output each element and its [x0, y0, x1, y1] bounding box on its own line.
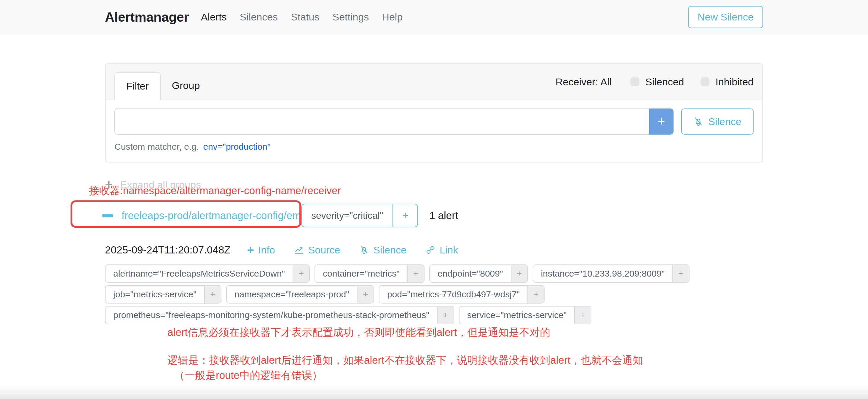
- bell-slash-icon: [693, 117, 704, 127]
- label-tag-text: instance="10.233.98.209:8009": [533, 265, 672, 282]
- app-brand[interactable]: Alertmanager: [105, 10, 189, 25]
- label-tag: namespace="freeleaps-prod" +: [226, 285, 374, 304]
- label-row: prometheus="freeleaps-monitoring-system/…: [105, 306, 763, 324]
- nav-item-alerts[interactable]: Alerts: [201, 11, 227, 23]
- annotation-note-3: （一般是route中的逻辑有错误）: [174, 368, 322, 382]
- label-tag-text: namespace="freeleaps-prod": [227, 286, 357, 303]
- bottom-fade: [0, 385, 868, 399]
- silence-filter-button[interactable]: Silence: [681, 109, 753, 134]
- label-tag-text: prometheus="freeleaps-monitoring-system/…: [105, 307, 437, 324]
- matcher-input-group: +: [115, 109, 674, 134]
- alert-info-button[interactable]: + Info: [247, 244, 275, 256]
- alert-header-row: 2025-09-24T11:20:07.048Z + Info Source: [105, 243, 763, 257]
- alert-source-label: Source: [308, 244, 340, 256]
- minus-icon: [102, 214, 113, 217]
- label-tag-text: service="metrics-service": [460, 307, 575, 324]
- label-add-filter-button[interactable]: +: [407, 265, 424, 282]
- alert-group-row: freeleaps-prod/alertmanager-config/email…: [102, 203, 763, 228]
- link-icon: [425, 245, 435, 255]
- label-row: job="metrics-service" + namespace="freel…: [105, 285, 763, 304]
- matcher-example-link[interactable]: env="production": [203, 142, 270, 152]
- tab-filter[interactable]: Filter: [115, 72, 161, 100]
- matcher-helper: Custom matcher, e.g. env="production": [115, 142, 753, 152]
- group-matcher-pill: severity="critical" +: [301, 204, 418, 227]
- label-tag: container="metrics" +: [314, 265, 425, 283]
- label-add-filter-button[interactable]: +: [357, 286, 374, 303]
- nav-item-silences[interactable]: Silences: [240, 11, 278, 23]
- label-tag: pod="metrics-77d9cdb497-wdsj7" +: [379, 285, 545, 304]
- alert-actions: + Info Source: [247, 244, 458, 256]
- label-add-filter-button[interactable]: +: [204, 286, 221, 303]
- matcher-input[interactable]: [115, 109, 649, 134]
- label-tag: instance="10.233.98.209:8009" +: [533, 265, 689, 283]
- filter-card-body: + Silence Custom matcher, e.g. env="prod: [105, 100, 763, 162]
- alert-info-label: Info: [258, 244, 275, 256]
- inhibited-filter: Inhibited: [701, 76, 753, 88]
- label-tag: alertname="FreeleapsMetricsServiceDown" …: [105, 265, 310, 283]
- alert-silence-button[interactable]: Silence: [359, 244, 406, 256]
- filter-card: Filter Group Receiver: All Silenced Inhi…: [105, 63, 763, 162]
- group-matcher-add-button[interactable]: +: [393, 204, 417, 227]
- alert-timestamp: 2025-09-24T11:20:07.048Z: [105, 244, 230, 256]
- receiver-selector[interactable]: Receiver: All: [556, 76, 612, 88]
- group-alert-count: 1 alert: [429, 210, 458, 221]
- group-matcher-text[interactable]: severity="critical": [302, 204, 393, 227]
- matcher-helper-text: Custom matcher, e.g.: [115, 142, 199, 152]
- navbar: Alertmanager Alerts Silences Status Sett…: [0, 0, 868, 34]
- alert-silence-label: Silence: [373, 244, 406, 256]
- annotation-note-1: alert信息必须在接收器下才表示配置成功，否则即使能看到alert，但是通知是…: [167, 326, 550, 339]
- inhibited-label: Inhibited: [715, 76, 753, 88]
- group-collapse-toggle[interactable]: freeleaps-prod/alertmanager-config/email: [102, 210, 301, 221]
- new-silence-button[interactable]: New Silence: [688, 6, 763, 28]
- label-add-filter-button[interactable]: +: [511, 265, 527, 282]
- label-tag: endpoint="8009" +: [429, 265, 528, 283]
- nav-item-settings[interactable]: Settings: [333, 11, 369, 23]
- label-add-filter-button[interactable]: +: [672, 265, 689, 282]
- label-tag-text: job="metrics-service": [105, 286, 204, 303]
- add-matcher-button[interactable]: +: [649, 109, 674, 134]
- label-tag-text: endpoint="8009": [430, 265, 511, 282]
- label-add-filter-button[interactable]: +: [292, 265, 309, 282]
- label-add-filter-button[interactable]: +: [574, 307, 591, 324]
- label-tag: prometheus="freeleaps-monitoring-system/…: [105, 306, 454, 324]
- silence-filter-label: Silence: [708, 116, 741, 127]
- nav-item-status[interactable]: Status: [291, 11, 319, 23]
- label-tag-text: alertname="FreeleapsMetricsServiceDown": [105, 265, 292, 282]
- inhibited-checkbox[interactable]: [701, 78, 709, 86]
- annotation-note-2: 逻辑是：接收器收到alert后进行通知，如果alert不在接收器下，说明接收器没…: [167, 354, 643, 367]
- group-receiver-name: freeleaps-prod/alertmanager-config/email: [122, 210, 311, 221]
- bell-slash-icon: [359, 245, 369, 255]
- label-row: alertname="FreeleapsMetricsServiceDown" …: [105, 265, 763, 283]
- label-tag-text: pod="metrics-77d9cdb497-wdsj7": [379, 286, 527, 303]
- alert-link-button[interactable]: Link: [425, 244, 458, 256]
- tab-group[interactable]: Group: [161, 72, 211, 100]
- filter-tabs: Filter Group: [115, 72, 211, 100]
- chart-line-icon: [294, 245, 304, 255]
- silenced-checkbox[interactable]: [630, 78, 640, 86]
- label-tag: service="metrics-service" +: [459, 306, 592, 324]
- filter-header-controls: Receiver: All Silenced Inhibited: [556, 76, 753, 88]
- filter-card-header: Filter Group Receiver: All Silenced Inhi…: [105, 64, 763, 100]
- alert-source-link[interactable]: Source: [294, 244, 340, 256]
- annotation-receiver-note: 接收器:namespace/altermanager-config-name/r…: [89, 184, 341, 198]
- silenced-filter: Silenced: [630, 76, 684, 88]
- label-add-filter-button[interactable]: +: [527, 286, 544, 303]
- alert-labels: alertname="FreeleapsMetricsServiceDown" …: [105, 265, 763, 324]
- alert-link-label: Link: [440, 244, 458, 256]
- nav-menu: Alerts Silences Status Settings Help: [201, 11, 403, 23]
- label-add-filter-button[interactable]: +: [437, 307, 454, 324]
- label-tag: job="metrics-service" +: [105, 285, 221, 304]
- silenced-label: Silenced: [645, 76, 684, 88]
- label-tag-text: container="metrics": [315, 265, 407, 282]
- plus-icon: +: [247, 244, 254, 256]
- nav-item-help[interactable]: Help: [382, 11, 403, 23]
